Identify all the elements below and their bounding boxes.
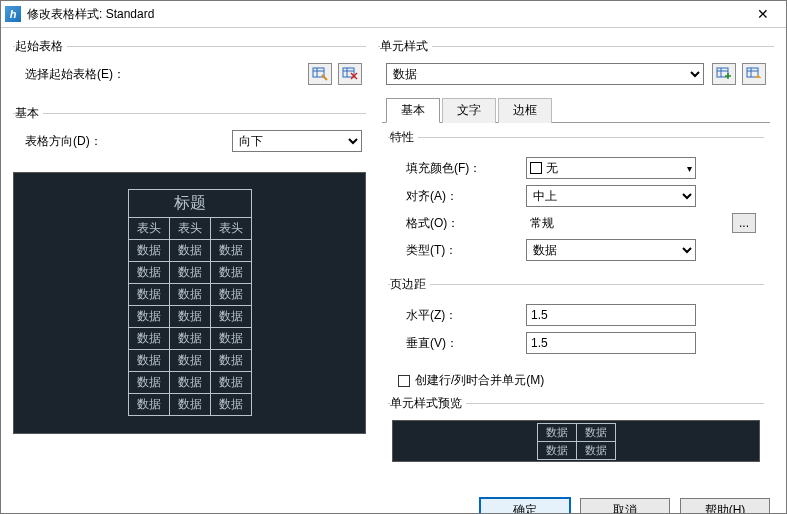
direction-select[interactable]: 向下 <box>232 130 362 152</box>
horiz-input[interactable] <box>526 304 696 326</box>
tab-border[interactable]: 边框 <box>498 98 552 123</box>
cancel-button[interactable]: 取消 <box>580 498 670 514</box>
preview-title-cell: 标题 <box>128 190 251 218</box>
tab-text[interactable]: 文字 <box>442 98 496 123</box>
help-button[interactable]: 帮助(H) <box>680 498 770 514</box>
select-start-table-label: 选择起始表格(E)： <box>17 66 308 83</box>
preview-data-cell: 数据 <box>210 284 251 306</box>
cell-style-group: 单元样式 数据 基本 文字 边框 <box>378 38 774 478</box>
pick-table-button[interactable] <box>308 63 332 85</box>
preview-data-cell: 数据 <box>169 350 210 372</box>
mini-cell: 数据 <box>537 441 576 459</box>
start-table-legend: 起始表格 <box>15 38 67 55</box>
preview-data-cell: 数据 <box>169 328 210 350</box>
preview-header-cell: 表头 <box>128 218 169 240</box>
preview-data-cell: 数据 <box>128 306 169 328</box>
right-panel: 单元样式 数据 基本 文字 边框 <box>378 38 774 486</box>
preview-data-cell: 数据 <box>169 394 210 416</box>
ok-button[interactable]: 确定 <box>480 498 570 514</box>
preview-header-cell: 表头 <box>210 218 251 240</box>
format-label: 格式(O)： <box>406 215 526 232</box>
align-label: 对齐(A)： <box>406 188 526 205</box>
table-preview-canvas: 标题 表头表头表头 数据数据数据数据数据数据数据数据数据数据数据数据数据数据数据… <box>13 172 366 434</box>
preview-data-cell: 数据 <box>210 372 251 394</box>
preview-data-cell: 数据 <box>210 240 251 262</box>
chevron-down-icon: ▾ <box>687 163 692 174</box>
preview-data-cell: 数据 <box>210 306 251 328</box>
margin-legend: 页边距 <box>390 276 430 293</box>
preview-table: 标题 表头表头表头 数据数据数据数据数据数据数据数据数据数据数据数据数据数据数据… <box>128 189 252 416</box>
svg-rect-13 <box>747 68 758 77</box>
type-label: 类型(T)： <box>406 242 526 259</box>
dialog-content: 起始表格 选择起始表格(E)： 基本 表格方向(D)： <box>1 28 786 492</box>
svg-rect-3 <box>343 68 354 77</box>
type-select[interactable]: 数据 <box>526 239 696 261</box>
mini-cell: 数据 <box>537 423 576 441</box>
preview-data-cell: 数据 <box>169 262 210 284</box>
merge-label: 创建行/列时合并单元(M) <box>415 372 544 389</box>
merge-checkbox[interactable] <box>398 375 410 387</box>
cell-style-tabs: 基本 文字 边框 <box>382 97 770 123</box>
direction-label: 表格方向(D)： <box>17 133 232 150</box>
title-bar: h 修改表格样式: Standard ✕ <box>1 1 786 28</box>
tab-body-basic: 特性 填充颜色(F)： 无 ▾ 对齐(A)： <box>382 123 770 472</box>
preview-data-cell: 数据 <box>128 328 169 350</box>
preview-data-cell: 数据 <box>128 372 169 394</box>
start-table-group: 起始表格 选择起始表格(E)： <box>13 38 366 97</box>
new-style-button[interactable] <box>712 63 736 85</box>
cell-style-legend: 单元样式 <box>380 38 432 55</box>
app-icon: h <box>5 6 21 22</box>
preview-data-cell: 数据 <box>210 394 251 416</box>
dialog-footer: 确定 取消 帮助(H) <box>1 492 786 514</box>
clear-table-button[interactable] <box>338 63 362 85</box>
preview-data-cell: 数据 <box>128 394 169 416</box>
fill-color-select[interactable]: 无 ▾ <box>526 157 696 179</box>
style-preview-legend: 单元样式预览 <box>390 395 466 412</box>
preview-header-cell: 表头 <box>169 218 210 240</box>
properties-group: 特性 填充颜色(F)： 无 ▾ 对齐(A)： <box>388 129 764 270</box>
fill-value: 无 <box>546 160 558 177</box>
style-preview-group: 单元样式预览 数据数据数据数据 <box>388 395 764 468</box>
mini-cell: 数据 <box>576 423 615 441</box>
table-clear-icon <box>342 67 358 81</box>
preview-data-cell: 数据 <box>210 350 251 372</box>
vert-input[interactable] <box>526 332 696 354</box>
basic-legend: 基本 <box>15 105 43 122</box>
preview-data-cell: 数据 <box>128 350 169 372</box>
preview-data-cell: 数据 <box>210 262 251 284</box>
preview-data-cell: 数据 <box>169 372 210 394</box>
preview-data-cell: 数据 <box>210 328 251 350</box>
window-title: 修改表格样式: Standard <box>27 6 744 23</box>
preview-data-cell: 数据 <box>169 284 210 306</box>
horiz-label: 水平(Z)： <box>406 307 526 324</box>
style-preview-table: 数据数据数据数据 <box>537 423 616 460</box>
preview-data-cell: 数据 <box>169 306 210 328</box>
table-manage-icon <box>746 67 762 81</box>
left-panel: 起始表格 选择起始表格(E)： 基本 表格方向(D)： <box>13 38 366 486</box>
preview-data-cell: 数据 <box>128 262 169 284</box>
properties-legend: 特性 <box>390 129 418 146</box>
table-pick-icon <box>312 67 328 81</box>
manage-style-button[interactable] <box>742 63 766 85</box>
format-value: 常规 <box>530 215 554 232</box>
preview-data-cell: 数据 <box>128 240 169 262</box>
color-swatch-icon <box>530 162 542 174</box>
format-browse-button[interactable]: ... <box>732 213 756 233</box>
align-select[interactable]: 中上 <box>526 185 696 207</box>
close-button[interactable]: ✕ <box>744 6 782 22</box>
cell-style-select[interactable]: 数据 <box>386 63 704 85</box>
preview-data-cell: 数据 <box>169 240 210 262</box>
basic-group: 基本 表格方向(D)： 向下 <box>13 105 366 164</box>
preview-data-cell: 数据 <box>128 284 169 306</box>
fill-label: 填充颜色(F)： <box>406 160 526 177</box>
margin-group: 页边距 水平(Z)： 垂直(V)： <box>388 276 764 363</box>
tab-basic[interactable]: 基本 <box>386 98 440 123</box>
mini-cell: 数据 <box>576 441 615 459</box>
table-add-icon <box>716 67 732 81</box>
vert-label: 垂直(V)： <box>406 335 526 352</box>
style-preview-canvas: 数据数据数据数据 <box>392 420 760 462</box>
